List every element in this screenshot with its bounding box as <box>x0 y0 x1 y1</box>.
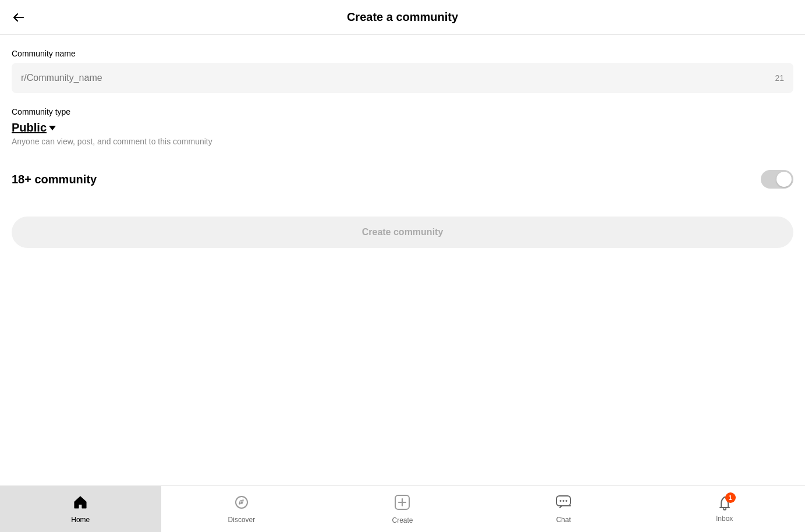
main-content: Community name 21 Community type Public … <box>0 35 805 262</box>
community-type-label: Community type <box>12 107 793 116</box>
bell-icon: 1 <box>717 496 732 512</box>
char-count: 21 <box>775 73 784 83</box>
community-name-label: Community name <box>12 49 793 58</box>
home-icon <box>73 495 88 513</box>
community-type-description: Anyone can view, post, and comment to th… <box>12 137 793 146</box>
create-community-button[interactable]: Create community <box>12 217 793 248</box>
community-type-selector[interactable]: Public <box>12 121 793 134</box>
page-title: Create a community <box>347 10 458 24</box>
age-restriction-row: 18+ community <box>12 160 793 198</box>
age-restriction-label: 18+ community <box>12 173 97 186</box>
inbox-badge: 1 <box>725 492 736 503</box>
community-name-input-wrapper: 21 <box>12 63 793 93</box>
community-name-input[interactable] <box>21 73 775 83</box>
nav-inbox[interactable]: 1 Inbox <box>644 486 805 532</box>
community-type-section: Community type Public Anyone can view, p… <box>12 107 793 146</box>
nav-home[interactable]: Home <box>0 486 161 532</box>
chat-icon <box>555 495 572 513</box>
create-label: Create <box>392 516 413 524</box>
age-restriction-toggle[interactable] <box>761 170 793 189</box>
chevron-down-icon <box>49 126 56 130</box>
discover-label: Discover <box>228 516 256 524</box>
bottom-nav: Home Discover Create <box>0 485 805 532</box>
nav-create[interactable]: Create <box>322 486 483 532</box>
nav-chat[interactable]: Chat <box>483 486 644 532</box>
svg-point-4 <box>560 500 562 502</box>
chat-label: Chat <box>556 516 570 524</box>
svg-point-6 <box>566 500 568 502</box>
discover-icon <box>234 495 249 513</box>
create-icon <box>394 494 410 514</box>
svg-point-1 <box>240 501 242 503</box>
inbox-label: Inbox <box>716 515 733 523</box>
community-type-value: Public <box>12 121 47 134</box>
svg-point-5 <box>563 500 565 502</box>
header: Create a community <box>0 0 805 35</box>
home-label: Home <box>71 516 90 524</box>
toggle-knob <box>776 172 792 187</box>
back-button[interactable] <box>12 10 26 24</box>
nav-discover[interactable]: Discover <box>161 486 322 532</box>
